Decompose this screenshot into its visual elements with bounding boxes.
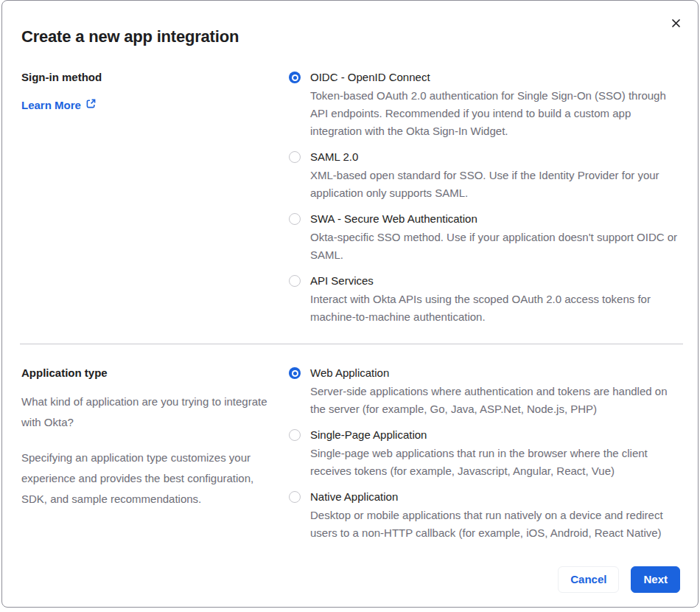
create-app-integration-dialog: Create a new app integration Sign-in met… <box>1 0 699 608</box>
apptype-option-spa[interactable]: Single-Page Application Single-page web … <box>289 427 685 480</box>
signin-option-description: Okta-specific SSO method. Use if your ap… <box>310 229 685 264</box>
signin-option-api-services[interactable]: API Services Interact with Okta APIs usi… <box>289 273 685 326</box>
radio-swa[interactable] <box>289 213 301 225</box>
radio-single-page-application[interactable] <box>289 429 301 441</box>
cancel-button[interactable]: Cancel <box>558 566 619 593</box>
apptype-option-description: Desktop or mobile applications that run … <box>310 507 685 542</box>
signin-option-description: Token-based OAuth 2.0 authentication for… <box>310 87 685 140</box>
application-type-note: Specifying an application type customize… <box>21 448 277 510</box>
learn-more-label: Learn More <box>21 99 81 111</box>
signin-method-heading: Sign-in method <box>21 69 277 86</box>
application-type-heading: Application type <box>21 365 277 381</box>
signin-option-label[interactable]: OIDC - OpenID Connect <box>310 69 685 86</box>
radio-native-application[interactable] <box>289 491 301 503</box>
apptype-option-label[interactable]: Native Application <box>310 489 685 505</box>
signin-option-label[interactable]: API Services <box>310 273 685 289</box>
next-button[interactable]: Next <box>631 566 680 593</box>
application-type-section: Application type What kind of applicatio… <box>2 365 698 542</box>
radio-saml[interactable] <box>289 151 301 163</box>
external-link-icon <box>85 98 97 111</box>
apptype-option-web[interactable]: Web Application Server-side applications… <box>289 365 685 418</box>
dialog-title: Create a new app integration <box>21 27 679 46</box>
close-icon <box>671 18 682 31</box>
section-divider <box>20 344 683 344</box>
apptype-option-description: Single-page web applications that run in… <box>310 445 685 480</box>
signin-option-saml[interactable]: SAML 2.0 XML-based open standard for SSO… <box>289 149 685 202</box>
apptype-option-label[interactable]: Single-Page Application <box>310 427 685 443</box>
application-type-question: What kind of application are you trying … <box>21 392 277 433</box>
radio-web-application[interactable] <box>289 367 301 379</box>
signin-option-label[interactable]: SWA - Secure Web Authentication <box>310 211 685 227</box>
close-button[interactable] <box>668 17 683 32</box>
signin-option-label[interactable]: SAML 2.0 <box>310 149 685 165</box>
signin-method-section: Sign-in method Learn More OIDC - OpenID … <box>2 69 698 326</box>
radio-oidc[interactable] <box>289 72 301 83</box>
apptype-option-description: Server-side applications where authentic… <box>310 383 685 418</box>
signin-option-description: Interact with Okta APIs using the scoped… <box>310 291 685 326</box>
apptype-option-label[interactable]: Web Application <box>310 365 685 381</box>
signin-option-swa[interactable]: SWA - Secure Web Authentication Okta-spe… <box>289 211 685 264</box>
radio-api-services[interactable] <box>289 275 301 287</box>
signin-option-description: XML-based open standard for SSO. Use if … <box>310 167 685 202</box>
signin-option-oidc[interactable]: OIDC - OpenID Connect Token-based OAuth … <box>289 69 685 140</box>
learn-more-link[interactable]: Learn More <box>21 98 97 111</box>
dialog-footer: Cancel Next <box>558 566 680 593</box>
apptype-option-native[interactable]: Native Application Desktop or mobile app… <box>289 489 685 542</box>
